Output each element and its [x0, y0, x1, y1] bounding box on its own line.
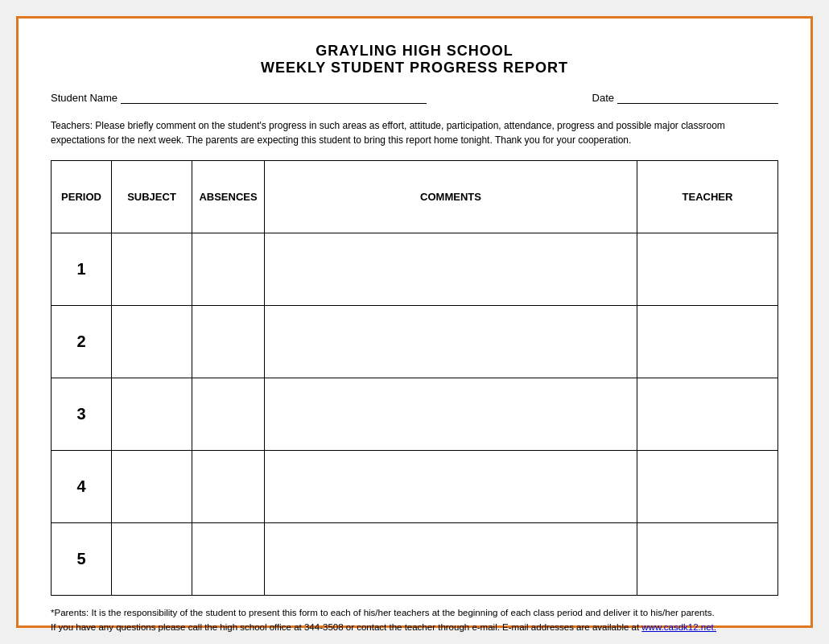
footer-line-2-text: If you have any questions please call th… — [51, 622, 641, 632]
subject-2 — [112, 306, 192, 378]
page: GRAYLING HIGH SCHOOL WEEKLY STUDENT PROG… — [16, 16, 813, 628]
student-info-row: Student Name Date — [51, 91, 778, 107]
comments-3 — [265, 378, 637, 451]
period-1: 1 — [52, 233, 112, 306]
comments-2 — [265, 306, 637, 378]
absences-1 — [192, 233, 265, 306]
comments-1 — [265, 233, 637, 306]
teacher-2 — [637, 306, 778, 378]
table-header-row: PERIOD SUBJECT ABSENCES COMMENTS TEACHER — [52, 161, 778, 233]
col-header-subject: SUBJECT — [112, 161, 192, 233]
subject-5 — [112, 523, 192, 596]
date-underline — [617, 91, 778, 104]
subject-1 — [112, 233, 192, 306]
period-5: 5 — [52, 523, 112, 596]
period-2: 2 — [52, 306, 112, 378]
table-row: 3 — [52, 378, 778, 451]
teacher-3 — [637, 378, 778, 451]
subject-4 — [112, 451, 192, 523]
header: GRAYLING HIGH SCHOOL WEEKLY STUDENT PROG… — [51, 43, 778, 76]
col-header-period: PERIOD — [52, 161, 112, 233]
col-header-absences: ABSENCES — [192, 161, 265, 233]
footer: *Parents: It is the responsibility of th… — [51, 605, 778, 635]
footer-line-1: *Parents: It is the responsibility of th… — [51, 605, 778, 620]
period-4: 4 — [52, 451, 112, 523]
absences-3 — [192, 378, 265, 451]
report-title: WEEKLY STUDENT PROGRESS REPORT — [51, 60, 778, 76]
col-header-comments: COMMENTS — [265, 161, 637, 233]
report-table: PERIOD SUBJECT ABSENCES COMMENTS TEACHER… — [51, 160, 778, 596]
table-row: 2 — [52, 306, 778, 378]
student-name-field: Student Name — [51, 91, 427, 104]
teacher-1 — [637, 233, 778, 306]
date-field: Date — [592, 91, 778, 104]
col-header-teacher: TEACHER — [637, 161, 778, 233]
absences-4 — [192, 451, 265, 523]
absences-2 — [192, 306, 265, 378]
period-3: 3 — [52, 378, 112, 451]
instructions-text: Teachers: Please briefly comment on the … — [51, 118, 778, 147]
teacher-5 — [637, 523, 778, 596]
table-row: 1 — [52, 233, 778, 306]
absences-5 — [192, 523, 265, 596]
date-label: Date — [592, 92, 614, 104]
school-name: GRAYLING HIGH SCHOOL — [51, 43, 778, 60]
teacher-4 — [637, 451, 778, 523]
footer-link[interactable]: www.casdk12.net. — [641, 622, 716, 632]
table-row: 5 — [52, 523, 778, 596]
comments-4 — [265, 451, 637, 523]
table-row: 4 — [52, 451, 778, 523]
subject-3 — [112, 378, 192, 451]
student-name-label: Student Name — [51, 92, 118, 104]
footer-line-2: If you have any questions please call th… — [51, 620, 778, 634]
comments-5 — [265, 523, 637, 596]
student-name-underline — [121, 91, 427, 104]
